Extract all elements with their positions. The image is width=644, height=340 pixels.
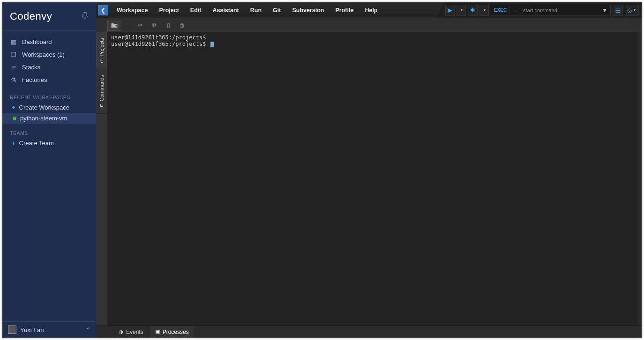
new-button[interactable]: [107, 20, 121, 31]
terminal-line: user@141d9261f365:/projects$: [111, 34, 633, 41]
bottom-tabs: ◑ Events ▣ Processes: [96, 325, 642, 338]
exec-command-box[interactable]: EXEC ... - start command ▼: [491, 5, 611, 16]
chevron-up-icon: ⌃: [86, 326, 90, 333]
user-footer[interactable]: Yuxi Fan ⌃: [2, 321, 96, 338]
dashboard-icon: ▦: [10, 38, 17, 45]
tab-processes[interactable]: ▣ Processes: [150, 326, 195, 338]
nav-label: Stacks: [22, 64, 40, 71]
events-icon: ◑: [119, 329, 123, 335]
target-button[interactable]: ◎ ▼: [625, 5, 639, 16]
nav-stacks[interactable]: ≣ Stacks: [2, 61, 96, 74]
menu-profile[interactable]: Profile: [330, 2, 359, 18]
processes-icon: ▣: [155, 329, 160, 335]
sidebar-nav: ▦ Dashboard ❒ Workspaces (1) ≣ Stacks ⚗ …: [2, 34, 96, 88]
scrollbar[interactable]: [637, 32, 642, 325]
workspaces-icon: ❒: [10, 51, 17, 58]
list-button[interactable]: ☰: [613, 5, 623, 16]
menubar-right: ▶ ▼ ✱ ▼ EXEC ... - start command ▼ ☰: [436, 2, 642, 18]
copy-button[interactable]: ⧉: [147, 20, 161, 31]
bug-icon: ✱: [470, 7, 475, 14]
workspace-item[interactable]: python-steem-vm: [2, 113, 96, 124]
create-workspace-label: Create Workspace: [19, 104, 69, 111]
divider: [2, 30, 96, 31]
nav-label: Workspaces (1): [22, 51, 65, 58]
menu-subversion[interactable]: Subversion: [286, 2, 329, 18]
menu-edit[interactable]: Edit: [185, 2, 207, 18]
sidebar-header: Codenvy: [2, 2, 96, 30]
nav-dashboard[interactable]: ▦ Dashboard: [2, 36, 96, 48]
status-dot-icon: [13, 117, 16, 120]
brand-logo: Codenvy: [10, 10, 52, 22]
paste-button[interactable]: ▯: [161, 20, 175, 31]
scissors-icon: ✂: [138, 22, 142, 29]
copy-icon: ⧉: [152, 22, 157, 29]
exec-label: EXEC: [491, 7, 509, 13]
back-button[interactable]: ❮: [98, 5, 108, 15]
menu-workspace[interactable]: Workspace: [111, 2, 153, 18]
target-icon: ◎: [627, 7, 632, 14]
create-team-label: Create Team: [19, 140, 54, 147]
create-team-button[interactable]: + Create Team: [2, 138, 96, 148]
vertical-tabs: ⇄ Projects ⇵ Commands: [96, 32, 107, 325]
terminal[interactable]: user@141d9261f365:/projects$ user@141d92…: [107, 32, 637, 325]
ide-body: ⇄ Projects ⇵ Commands user@141d9261f365:…: [96, 32, 642, 325]
cut-button[interactable]: ✂: [133, 20, 147, 31]
commands-icon: ⇵: [99, 104, 104, 108]
ide: ❮ Workspace Project Edit Assistant Run G…: [96, 2, 642, 338]
menu-assistant[interactable]: Assistant: [207, 2, 244, 18]
delete-button[interactable]: 🗑: [175, 20, 189, 31]
app-root: Codenvy ▦ Dashboard ❒ Workspaces (1) ≣ S…: [2, 2, 642, 338]
tab-label: Processes: [163, 329, 189, 335]
create-workspace-button[interactable]: + Create Workspace: [2, 102, 96, 113]
debug-button[interactable]: ✱: [468, 5, 478, 16]
stacks-icon: ≣: [10, 64, 17, 71]
trash-icon: 🗑: [180, 22, 185, 29]
vtab-label: Projects: [99, 38, 105, 57]
avatar: [8, 325, 16, 334]
menu-git[interactable]: Git: [267, 2, 286, 18]
plus-icon: +: [12, 104, 15, 111]
exec-input[interactable]: ... - start command: [510, 7, 599, 13]
menu-run[interactable]: Run: [245, 2, 267, 18]
plus-icon: +: [12, 140, 15, 147]
vtab-label: Commands: [99, 75, 105, 101]
user-name: Yuxi Fan: [20, 326, 44, 333]
run-dropdown[interactable]: ▼: [457, 5, 466, 16]
notifications-icon[interactable]: [81, 12, 89, 22]
tab-label: Events: [126, 329, 143, 335]
menubar: ❮ Workspace Project Edit Assistant Run G…: [96, 2, 642, 18]
cursor-icon: [210, 42, 214, 47]
play-icon: ▶: [448, 7, 452, 14]
exec-prefix: ...: [514, 7, 518, 13]
tab-events[interactable]: ◑ Events: [113, 326, 150, 338]
menu-help[interactable]: Help: [359, 2, 383, 18]
workspace-name: python-steem-vm: [20, 115, 67, 122]
nav-label: Factories: [22, 76, 47, 83]
chevron-down-icon: ▼: [460, 8, 464, 12]
terminal-line: user@141d9261f365:/projects$: [111, 41, 633, 47]
paste-icon: ▯: [167, 22, 170, 29]
teams-header: TEAMS: [2, 124, 96, 138]
debug-dropdown[interactable]: ▼: [479, 5, 489, 16]
projects-icon: ⇄: [99, 59, 104, 63]
vtab-projects[interactable]: ⇄ Projects: [96, 32, 107, 69]
menu-project[interactable]: Project: [153, 2, 184, 18]
vtab-commands[interactable]: ⇵ Commands: [96, 69, 107, 114]
chevron-down-icon: ▼: [633, 8, 637, 12]
nav-factories[interactable]: ⚗ Factories: [2, 74, 96, 86]
recent-workspaces-header: RECENT WORKSPACES: [2, 88, 96, 102]
list-icon: ☰: [615, 7, 621, 14]
nav-workspaces[interactable]: ❒ Workspaces (1): [2, 48, 96, 61]
exec-placeholder: - start command: [520, 7, 557, 13]
sidebar: Codenvy ▦ Dashboard ❒ Workspaces (1) ≣ S…: [2, 2, 96, 338]
chevron-down-icon: ▼: [483, 8, 487, 12]
chevron-down-icon: ▼: [599, 7, 610, 14]
terminal-prompt: user@141d9261f365:/projects$: [111, 41, 210, 47]
divider: [130, 21, 130, 30]
factories-icon: ⚗: [10, 76, 17, 83]
nav-label: Dashboard: [22, 38, 52, 45]
run-button[interactable]: ▶: [445, 5, 455, 16]
toolbar-secondary: ✂ ⧉ ▯ 🗑: [96, 18, 642, 32]
